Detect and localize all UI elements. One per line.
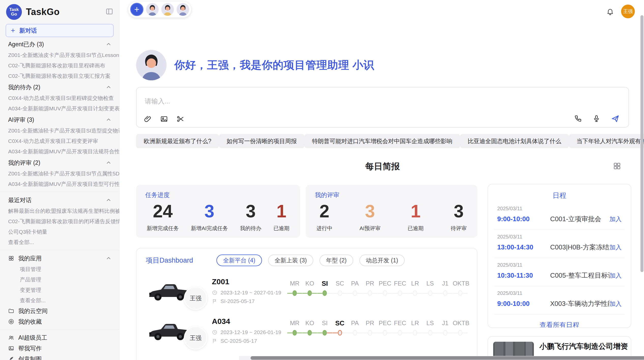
logo-line-1: Task bbox=[9, 7, 19, 12]
join-link[interactable]: 加入 bbox=[609, 272, 622, 280]
chat-input[interactable] bbox=[144, 97, 479, 106]
milestone-label: PR bbox=[362, 278, 377, 289]
project-dates: 2023-12-19 ~ 2026-01-19 bbox=[212, 329, 287, 335]
project-image: 王强 bbox=[146, 317, 194, 345]
stat-label: 已逾期 bbox=[273, 225, 289, 232]
view-all-schedule-link[interactable]: 查看所有日程 bbox=[488, 314, 631, 328]
app-sub-item[interactable]: 变更管理 bbox=[0, 285, 119, 295]
recent-conversation-item[interactable]: 解释最新出台的欧盟报废车法规再生塑料比例被调至15%... bbox=[0, 206, 119, 216]
project-flag: SC-2025-05-17 bbox=[212, 338, 287, 344]
assistant-avatar-1[interactable] bbox=[146, 3, 159, 16]
schedule-list: 2025/03/119:00-10:00C001-立项审批会加入2025/03/… bbox=[488, 202, 631, 314]
conversation-item[interactable]: Z001-全新燃油皮卡产品开发项目SI节点Lesson Learn报告 bbox=[0, 50, 119, 60]
schedule-event: 2025/03/1113:00-14:30C003|H0B-方案冻结评审加入 bbox=[494, 230, 625, 258]
sidebar-item-favorites[interactable]: 我的收藏 bbox=[0, 316, 119, 327]
briefing-cards: 任务进度24新增完成任务3新增AI完成任务3我的待办1已逾期我的评审2进行中3A… bbox=[136, 185, 477, 238]
join-link[interactable]: 加入 bbox=[609, 243, 622, 251]
section-header[interactable]: 我的评审 (2) bbox=[0, 157, 119, 168]
new-chat-label: 新对话 bbox=[19, 27, 37, 35]
section-header[interactable]: AI评审 (3) bbox=[0, 114, 119, 125]
dashboard-filter[interactable]: 全新平台 (4) bbox=[216, 254, 262, 266]
milestone-node bbox=[413, 330, 417, 336]
milestone-node bbox=[458, 330, 462, 336]
assistant-avatar-3[interactable] bbox=[177, 3, 189, 16]
recent-conversation-item[interactable]: 公司Q3轻卡销量 bbox=[0, 227, 119, 237]
stat: 1已逾期 bbox=[273, 201, 289, 232]
stat-label: 进行中 bbox=[316, 225, 332, 232]
new-chat-button[interactable]: 新对话 bbox=[6, 24, 114, 37]
conversation-item[interactable]: A034-全新新能源MUV产品开发项目造型可行性评审 bbox=[0, 179, 119, 189]
image-icon bbox=[8, 345, 14, 351]
sidebar-tool-people[interactable]: AI超级员工 bbox=[0, 332, 119, 343]
avatar-illustration bbox=[177, 3, 189, 16]
horizontal-scrollbar-thumb[interactable] bbox=[251, 356, 644, 360]
flag-icon bbox=[212, 298, 217, 304]
conversation-item[interactable]: C02-飞腾新能源轻客改款项目里程碑画布 bbox=[0, 60, 119, 71]
assistant-avatar-2[interactable] bbox=[161, 3, 174, 16]
briefing-card: 任务进度24新增完成任务3新增AI完成任务3我的待办1已逾期 bbox=[136, 185, 300, 238]
app-sub-item[interactable]: 项目管理 bbox=[0, 264, 119, 274]
conversation-item[interactable]: A034-全新新能源MUV产品开发项目法规符合性评审 bbox=[0, 146, 119, 157]
milestone-label: PA bbox=[347, 318, 362, 328]
suggestion-chip[interactable]: 欧洲新规最近颁布了什么? bbox=[136, 134, 219, 148]
bell-icon[interactable] bbox=[606, 8, 614, 15]
user-avatar[interactable]: 王强 bbox=[621, 5, 635, 18]
event-name: X003-车辆动力学性能验... bbox=[550, 299, 609, 308]
image-icon[interactable] bbox=[160, 115, 168, 123]
project-card[interactable]: 王强A0342023-12-19 ~ 2026-01-19SC-2025-05-… bbox=[146, 317, 468, 345]
recent-conversation-item[interactable]: C02-飞腾新能源轻客改款项目的闭环通告反馈情况 bbox=[0, 216, 119, 227]
dashboard-filter[interactable]: 全新上装 (3) bbox=[268, 254, 314, 266]
project-code: Z001 bbox=[212, 277, 287, 286]
dashboard-filter[interactable]: 动总开发 (1) bbox=[359, 254, 405, 266]
collapse-sidebar-icon[interactable] bbox=[105, 8, 114, 15]
join-link[interactable]: 加入 bbox=[609, 215, 622, 223]
section-label: Agent已办 (3) bbox=[8, 40, 44, 48]
suggestion-chip[interactable]: 特朗普可能对进口汽车增税会对中国车企造成哪些影响 bbox=[304, 134, 460, 148]
section-header[interactable]: Agent已办 (3) bbox=[0, 39, 119, 50]
join-link[interactable]: 加入 bbox=[609, 300, 622, 308]
milestone-node bbox=[383, 330, 387, 336]
attachment-icon[interactable] bbox=[144, 115, 152, 123]
conversation-item[interactable]: Z001-全新燃油轻卡产品开发项目SI造型提交物评审 bbox=[0, 125, 119, 136]
add-assistant-button[interactable] bbox=[130, 3, 143, 16]
stat: 3AI预评审 bbox=[359, 201, 380, 232]
dashboard-filter[interactable]: 年型 (2) bbox=[319, 254, 353, 266]
sidebar-tool-pen[interactable]: 创意制图 bbox=[0, 354, 119, 360]
conversation-item[interactable]: C0X4-动力总成开发项目SI里程碑提交物检查 bbox=[0, 93, 119, 103]
section-header[interactable]: 我的待办 (2) bbox=[0, 82, 119, 93]
milestone-node bbox=[308, 290, 312, 296]
milestone-node bbox=[428, 330, 432, 336]
suggestion-chip[interactable]: 比亚迪全固态电池计划具体说了什么 bbox=[460, 134, 569, 148]
conversation-item[interactable]: A034-全新新能源MUV产品开发项目计划变更表编写 bbox=[0, 103, 119, 114]
dashboard-header: 项目Dashboard 全新平台 (4)全新上装 (3)年型 (2)动总开发 (… bbox=[146, 254, 468, 266]
composer-left-icons bbox=[144, 115, 184, 123]
briefing-grid-icon[interactable] bbox=[613, 162, 621, 170]
suggestion-chips: 欧洲新规最近颁布了什么?如何写一份清晰的项目周报特朗普可能对进口汽车增税会对中国… bbox=[136, 134, 629, 148]
phone-icon[interactable] bbox=[574, 114, 582, 123]
clock-icon bbox=[212, 290, 217, 295]
app-sub-item[interactable]: 产品管理 bbox=[0, 274, 119, 285]
suggestion-chip[interactable]: 如何写一份清晰的项目周报 bbox=[219, 134, 304, 148]
my-apps-header[interactable]: 我的应用 bbox=[0, 253, 119, 264]
recent-view-all-link[interactable]: 查看全部... bbox=[0, 237, 119, 247]
divider bbox=[0, 329, 119, 330]
milestone: OKTB bbox=[453, 278, 468, 298]
conversation-item[interactable]: C0X4-动力总成开发项目工程变更评审 bbox=[0, 136, 119, 146]
send-icon[interactable] bbox=[611, 114, 620, 123]
recent-conversations-header[interactable]: 最近对话 bbox=[0, 194, 119, 206]
scissors-icon[interactable] bbox=[176, 115, 184, 123]
stat: 2进行中 bbox=[316, 201, 332, 232]
conversation-item[interactable]: Z001-全新燃油轻卡产品开发项目SI节点属性5D文件评审 bbox=[0, 168, 119, 179]
assistant-avatar-large bbox=[136, 50, 167, 80]
mic-icon[interactable] bbox=[592, 114, 601, 123]
sidebar-tool-image[interactable]: 帮我写作 bbox=[0, 343, 119, 354]
sidebar-item-cloud-space[interactable]: 我的云空间 bbox=[0, 306, 119, 316]
project-card[interactable]: 王强Z0012023-12-19 ~ 2027-01-19SI-2025-05-… bbox=[146, 277, 468, 305]
folder-icon bbox=[8, 308, 14, 314]
milestone-label: FEC bbox=[392, 318, 407, 328]
conversation-item[interactable]: C02-飞腾新能源轻客改款项目立项汇报方案 bbox=[0, 71, 119, 81]
vertical-scrollbar-thumb[interactable] bbox=[640, 15, 643, 272]
suggestion-chip[interactable]: 当下年轻人对汽车外观有怎样的喜好趋势 bbox=[569, 134, 644, 148]
milestone: PEC bbox=[377, 278, 392, 298]
app-sub-item[interactable]: 查看全部... bbox=[0, 295, 119, 306]
